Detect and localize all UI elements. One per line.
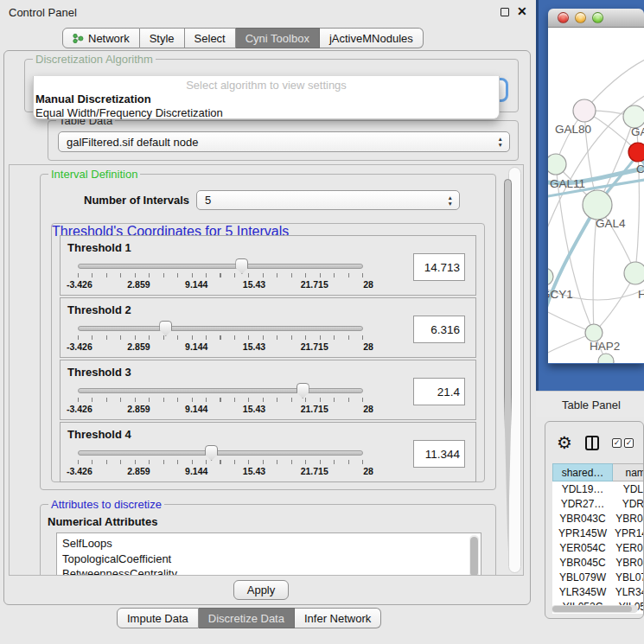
cell[interactable]: YDR27: [613, 496, 644, 511]
slider-thumb[interactable]: [235, 258, 248, 274]
threshold-4-slider[interactable]: -3.426 2.859 9.144 15.43 21.715 28: [78, 450, 363, 476]
table-row[interactable]: YDL19…YDL19: [552, 481, 644, 496]
checkbox-icon[interactable]: ✓: [612, 438, 622, 448]
cell[interactable]: YBR045C: [552, 555, 613, 570]
cell[interactable]: YBR043C: [552, 511, 613, 526]
table-row[interactable]: YLR345WYLR345W: [552, 584, 644, 599]
tab-select[interactable]: Select: [185, 28, 236, 48]
cell[interactable]: YPR145W: [613, 526, 644, 540]
table-data-selected-value: galFiltered.sif default node: [67, 136, 198, 149]
node-label-gcy1: GCY1: [548, 288, 573, 301]
table-row[interactable]: YBL079WYBL079W: [552, 570, 644, 584]
window-zoom-icon[interactable]: [592, 12, 603, 23]
threshold-3-value-field[interactable]: 21.4: [413, 378, 465, 405]
list-scrollbar[interactable]: [469, 535, 479, 576]
slider-thumb[interactable]: [159, 321, 172, 336]
tick-label: -3.426: [67, 279, 92, 290]
split-divider: [591, 437, 593, 449]
tab-cyni-toolbox[interactable]: Cyni Toolbox: [236, 28, 320, 48]
node-gal4[interactable]: [583, 190, 612, 220]
threshold-4-value-field[interactable]: 11.344: [413, 440, 465, 468]
cell[interactable]: YER054C: [613, 540, 644, 555]
slider-track[interactable]: [78, 450, 363, 456]
threshold-3-slider[interactable]: -3.426 2.859 9.144 15.43 21.715 28: [78, 388, 363, 414]
table-row[interactable]: YPR145WYPR145W: [552, 526, 644, 540]
table-horizontal-scrollbar[interactable]: [552, 605, 638, 613]
node-gcy1[interactable]: [548, 268, 553, 285]
tab-style[interactable]: Style: [140, 28, 185, 48]
tab-label: Discretize Data: [208, 612, 284, 625]
threshold-1-value-field[interactable]: 14.713: [413, 253, 465, 281]
tick-labels: -3.426 2.859 9.144 15.43 21.715 28: [67, 341, 373, 352]
table-row[interactable]: YDR27…YDR27: [552, 496, 644, 511]
table-row[interactable]: YBR045CYBR045C: [552, 555, 644, 570]
network-canvas[interactable]: GAL80 GA C GAL11 GAL4 GCY1 H HAP2: [548, 28, 644, 363]
tick-label: 28: [363, 404, 373, 414]
split-columns-icon[interactable]: [585, 436, 599, 450]
option-manual-discretization[interactable]: Manual Discretization: [34, 92, 499, 106]
tab-infer-network[interactable]: Infer Network: [295, 608, 381, 628]
node-label-gal80: GAL80: [555, 123, 591, 136]
cell[interactable]: YLR345W: [613, 584, 644, 599]
table-data-combobox[interactable]: galFiltered.sif default node ▲▼: [58, 131, 510, 152]
cell[interactable]: YBL079W: [613, 570, 644, 584]
cell[interactable]: YDL19…: [552, 481, 613, 496]
slider-thumb[interactable]: [296, 383, 309, 399]
node-gal80[interactable]: [573, 99, 596, 122]
slider-track[interactable]: [78, 326, 363, 331]
checkbox-icon[interactable]: ✓: [624, 438, 634, 448]
slider-ticks: [78, 335, 363, 340]
tab-impute-data[interactable]: Impute Data: [117, 608, 199, 628]
node-red-selected[interactable]: [628, 143, 644, 162]
tab-discretize-data[interactable]: Discretize Data: [199, 608, 295, 628]
column-header-shared-name[interactable]: shared…: [552, 463, 613, 481]
cell[interactable]: YLR345W: [552, 584, 613, 599]
window-close-icon[interactable]: [558, 12, 569, 23]
threshold-2-slider[interactable]: -3.426 2.859 9.144 15.43 21.715 28: [78, 326, 363, 352]
slider-track[interactable]: [78, 264, 363, 269]
node-gal11[interactable]: [548, 154, 566, 175]
cell[interactable]: YBR045C: [613, 555, 644, 570]
tick-labels: -3.426 2.859 9.144 15.43 21.715 28: [67, 404, 373, 414]
tab-jactivemnodules[interactable]: jActiveMNodules: [320, 28, 424, 48]
table-panel-titlebar: Table Panel: [536, 391, 644, 417]
threshold-1-slider[interactable]: -3.426 2.859 9.144 15.43 21.715 28: [78, 264, 363, 290]
scrollbar-thumb[interactable]: [552, 606, 632, 612]
cell[interactable]: YDL19: [613, 481, 644, 496]
list-item[interactable]: BetweennessCentrality: [62, 566, 475, 576]
list-item[interactable]: SelfLoops: [62, 536, 475, 552]
column-header-name[interactable]: name: [613, 463, 644, 481]
list-item[interactable]: TopologicalCoefficient: [62, 552, 475, 567]
tab-network[interactable]: Network: [62, 28, 140, 48]
node-hap2[interactable]: [585, 324, 603, 341]
close-icon[interactable]: ✕: [517, 4, 527, 18]
table-row[interactable]: YBR043CYBR043C: [552, 511, 644, 526]
tick-label: -3.426: [67, 466, 92, 476]
node-partial-right[interactable]: [624, 262, 644, 284]
settings-vertical-scrollbar[interactable]: [508, 167, 521, 573]
slider-thumb[interactable]: [205, 445, 218, 461]
node-partial-bottom[interactable]: [598, 354, 614, 363]
network-window-titlebar[interactable]: [548, 9, 644, 28]
window-minimize-icon[interactable]: [575, 12, 586, 23]
scrollbar-thumb[interactable]: [504, 179, 512, 551]
cell[interactable]: YDR27…: [552, 496, 613, 511]
right-region: GAL80 GA C GAL11 GAL4 GCY1 H HAP2 Table …: [536, 0, 644, 644]
list-scrollbar-thumb[interactable]: [470, 537, 478, 576]
tick-label: 21.715: [301, 279, 328, 290]
tick-label: 15.43: [243, 404, 265, 414]
cell[interactable]: YBL079W: [552, 570, 613, 584]
tick-label: 9.144: [185, 279, 207, 290]
cell[interactable]: YBR043C: [613, 511, 644, 526]
threshold-2-value-field[interactable]: 6.316: [413, 316, 465, 343]
gear-icon[interactable]: ⚙: [557, 434, 572, 451]
number-of-intervals-combobox[interactable]: 5 ▲▼: [196, 190, 460, 210]
algorithm-group-title: Discretization Algorithm: [33, 53, 156, 66]
cell[interactable]: YER054C: [552, 540, 613, 555]
option-equal-width-frequency[interactable]: Equal Width/Frequency Discretization: [34, 106, 499, 120]
apply-button[interactable]: Apply: [233, 580, 289, 600]
float-window-icon[interactable]: [501, 8, 509, 16]
table-row[interactable]: YER054CYER054C: [552, 540, 644, 555]
slider-track[interactable]: [78, 388, 363, 393]
cell[interactable]: YPR145W: [552, 526, 613, 540]
